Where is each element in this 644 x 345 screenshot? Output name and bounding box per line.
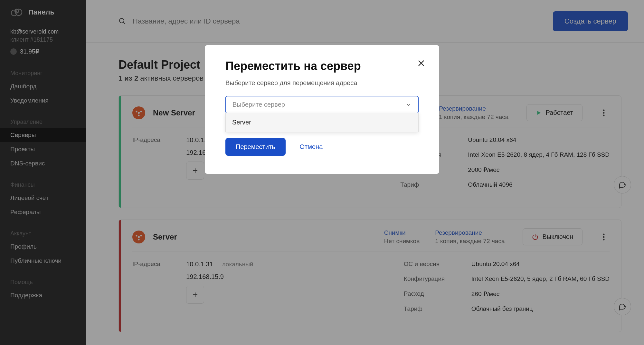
modal-subtitle: Выберите сервер для перемещения адреса <box>225 79 419 87</box>
close-icon <box>417 59 425 67</box>
cancel-button[interactable]: Отмена <box>293 138 329 156</box>
move-server-modal: Переместить на сервер Выберите сервер дл… <box>205 45 439 174</box>
select-placeholder: Выберите сервер <box>232 101 285 108</box>
modal-overlay[interactable]: Переместить на сервер Выберите сервер дл… <box>0 0 644 345</box>
server-dropdown: Server <box>225 113 419 132</box>
dropdown-option[interactable]: Server <box>226 113 418 132</box>
modal-title: Переместить на сервер <box>225 59 419 73</box>
move-submit-button[interactable]: Переместить <box>225 138 286 156</box>
close-button[interactable] <box>417 59 425 68</box>
server-select[interactable]: Выберите сервер Server <box>225 96 419 113</box>
chevron-down-icon <box>406 102 412 108</box>
